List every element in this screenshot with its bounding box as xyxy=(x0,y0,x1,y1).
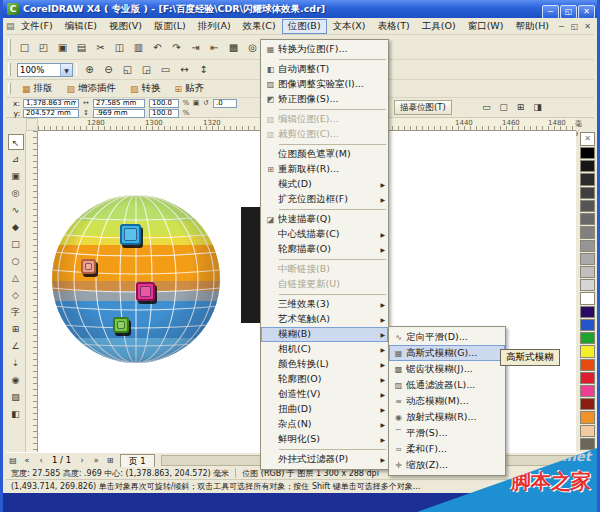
menubar-item[interactable]: 视图(V) xyxy=(103,19,148,34)
toolbar-button-cut[interactable]: ✂ xyxy=(91,39,110,56)
menu-item[interactable]: ◧ 自动调整(T) xyxy=(261,62,388,77)
menubar-item[interactable]: 位图(B) xyxy=(282,19,327,34)
color-swatch[interactable] xyxy=(580,240,595,252)
tool-crop[interactable]: ▣ xyxy=(8,168,24,184)
color-chip-cyan-chip[interactable] xyxy=(120,224,141,245)
object-height-field[interactable] xyxy=(93,109,145,118)
x-position-field[interactable] xyxy=(23,99,79,108)
submenu-item[interactable]: ◉ 放射式模糊(R)... xyxy=(389,409,505,425)
menubar-item[interactable]: 窗口(W) xyxy=(462,19,510,34)
color-swatch[interactable] xyxy=(580,359,595,371)
property-bar-icon-bitmap-mode[interactable]: ◨ xyxy=(529,100,546,115)
tool-zoom[interactable]: ◎ xyxy=(8,185,24,201)
property-bar-icon-crop-bitmap[interactable]: ▢ xyxy=(495,100,512,115)
tool-outline-pen[interactable]: ◉ xyxy=(8,372,24,388)
page-nav-button-page-next[interactable]: › xyxy=(75,456,89,465)
tool-freehand[interactable]: ∿ xyxy=(8,202,24,218)
color-swatch[interactable] xyxy=(580,411,595,423)
menu-item[interactable]: 轮廓图(O) ▶ xyxy=(261,372,388,387)
tool-text[interactable]: 字 xyxy=(8,304,24,320)
toolbar-button-redo[interactable]: ↷ xyxy=(167,39,186,56)
menubar-item[interactable]: 表格(T) xyxy=(372,19,416,34)
zoom-tool-button-zoom-page-width[interactable]: ↔ xyxy=(175,61,194,78)
lock-ratio-icon[interactable]: ▣ xyxy=(191,99,201,107)
color-swatch[interactable] xyxy=(580,372,595,384)
menubar-item[interactable]: 帮助(H) xyxy=(509,19,555,34)
window-control-minimize[interactable]: ─ xyxy=(542,5,559,19)
menu-item[interactable]: 位图颜色遮罩(M) xyxy=(261,147,388,162)
menu-item[interactable]: 轮廓描摹(O) ▶ xyxy=(261,242,388,257)
menu-item[interactable]: ⊞ 重新取样(R)... xyxy=(261,162,388,177)
zoom-tool-button-zoom-page-height[interactable]: ↕ xyxy=(194,61,213,78)
tool-rectangle[interactable]: □ xyxy=(8,236,24,252)
color-swatch[interactable] xyxy=(580,266,595,278)
menu-item[interactable]: ▥ 裁剪位图(C)... xyxy=(261,127,388,142)
tool-eyedropper[interactable]: ⇣ xyxy=(8,355,24,371)
y-position-field[interactable] xyxy=(23,109,79,118)
page-nav-button-page-prev[interactable]: ‹ xyxy=(34,456,48,465)
toolbar-button-import[interactable]: ⇥ xyxy=(186,39,205,56)
menubar-item[interactable]: 文件(F) xyxy=(15,19,59,34)
submenu-item[interactable]: ≈ 柔和(F)... xyxy=(389,441,505,457)
window-control-restore[interactable]: ◱ xyxy=(560,5,577,19)
tool-fill[interactable]: ▨ xyxy=(8,389,24,405)
menubar-item[interactable]: 文本(X) xyxy=(327,19,372,34)
vertical-ruler[interactable] xyxy=(26,131,38,452)
submenu-item[interactable]: ▩ 锯齿状模糊(J)... xyxy=(389,361,505,377)
menu-item[interactable]: 模糊(B) ▶ xyxy=(261,327,388,342)
page-tab[interactable]: 页 1 xyxy=(120,454,155,467)
submenu-item[interactable]: ≡ 动态模糊(M)... xyxy=(389,393,505,409)
toolbar-button-undo[interactable]: ↶ xyxy=(148,39,167,56)
color-swatch[interactable] xyxy=(580,385,595,397)
zoom-level-input[interactable] xyxy=(18,65,60,75)
toolbar-button-export[interactable]: ⇤ xyxy=(205,39,224,56)
zoom-tool-button-zoom-in[interactable]: ⊕ xyxy=(80,61,99,78)
color-swatch[interactable] xyxy=(580,306,595,318)
macro-button-convert[interactable]: ▨ 转换 xyxy=(123,82,168,95)
toolbar-grip[interactable] xyxy=(8,39,11,55)
toolbar-button-open[interactable]: ◰ xyxy=(34,39,53,56)
menu-item[interactable]: 模式(D) ▶ xyxy=(261,177,388,192)
page-nav-button-page-last[interactable]: » xyxy=(89,456,103,465)
submenu-item[interactable]: ∿ 定向平滑(D)... xyxy=(389,329,505,345)
toolbar-button-new[interactable]: □ xyxy=(15,39,34,56)
tool-basic-shapes[interactable]: ◇ xyxy=(8,287,24,303)
toolbar-button-application-launcher[interactable]: ▩ xyxy=(224,39,243,56)
tool-smart-fill[interactable]: ◆ xyxy=(8,219,24,235)
menu-item[interactable]: 艺术笔触(A) ▶ xyxy=(261,312,388,327)
tool-dimension[interactable]: ∠ xyxy=(8,338,24,354)
tool-ellipse[interactable]: ○ xyxy=(8,253,24,269)
submenu-item[interactable]: ⌒ 平滑(S)... xyxy=(389,425,505,441)
toolbar-grip[interactable] xyxy=(8,63,11,76)
menu-item[interactable]: 杂点(N) ▶ xyxy=(261,417,388,432)
menu-item[interactable]: 中心线描摹(C) ▶ xyxy=(261,227,388,242)
color-swatch[interactable] xyxy=(580,147,595,159)
menu-item[interactable]: 扭曲(D) ▶ xyxy=(261,402,388,417)
property-bar-icon-resample-bitmap[interactable]: ⊞ xyxy=(512,100,529,115)
menu-item[interactable]: ▧ 编辑位图(E)... xyxy=(261,112,388,127)
color-swatch[interactable] xyxy=(580,200,595,212)
menu-item[interactable]: 相机(C) ▶ xyxy=(261,342,388,357)
zoom-tool-button-zoom-out[interactable]: ⊖ xyxy=(99,61,118,78)
macro-button-add-plugin[interactable]: ▧ 增添插件 xyxy=(60,82,124,95)
page-nav-button-page-first[interactable]: « xyxy=(20,456,34,465)
zoom-tool-button-zoom-all-objects[interactable]: ◲ xyxy=(137,61,156,78)
color-chip-green-chip[interactable] xyxy=(113,317,129,333)
menu-item[interactable]: 外挂式过滤器(P) ▶ xyxy=(261,452,388,467)
tool-shape[interactable]: ⊿ xyxy=(8,151,24,167)
color-swatch[interactable] xyxy=(580,160,595,172)
menubar-item[interactable]: 排列(A) xyxy=(192,19,237,34)
color-swatch[interactable]: ✕ xyxy=(580,132,595,146)
property-bar-icon-edit-bitmap[interactable]: ▭ xyxy=(478,100,495,115)
menu-item[interactable]: 鲜明化(S) ▶ xyxy=(261,432,388,447)
menu-item[interactable]: 自链接更新(U) xyxy=(261,277,388,292)
mdi-control-mdi-restore[interactable]: ◱ xyxy=(568,22,581,31)
color-swatch[interactable] xyxy=(580,173,595,185)
macro-button-snap-to[interactable]: ⊞ 贴齐 xyxy=(168,82,212,95)
mdi-control-mdi-close[interactable]: ✕ xyxy=(581,22,594,31)
color-swatch[interactable] xyxy=(580,345,595,357)
color-swatch[interactable] xyxy=(580,226,595,238)
tool-polygon[interactable]: △ xyxy=(8,270,24,286)
toolbar-button-paste[interactable]: ▥ xyxy=(129,39,148,56)
color-swatch[interactable] xyxy=(580,213,595,225)
